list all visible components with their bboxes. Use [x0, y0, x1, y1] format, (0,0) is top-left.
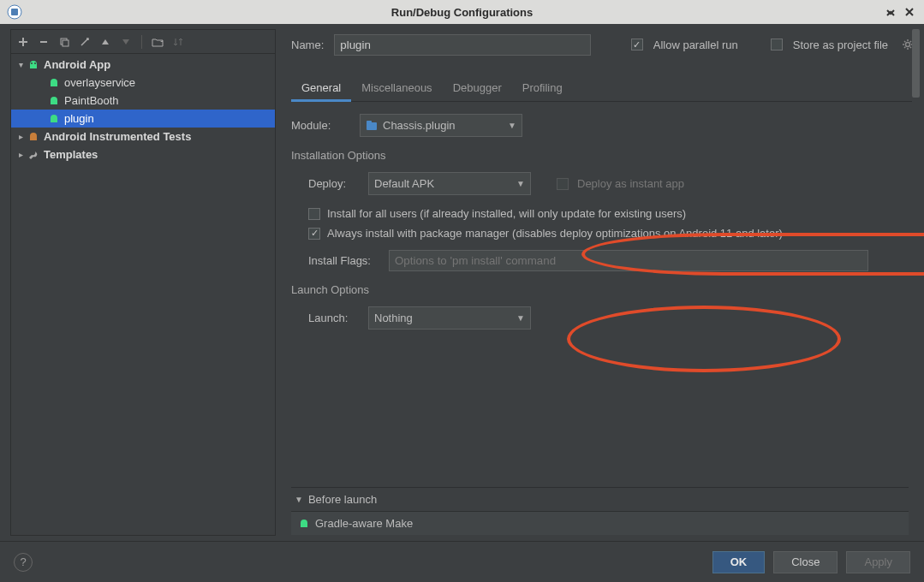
folder-button[interactable]	[151, 35, 164, 49]
name-label: Name:	[291, 39, 324, 51]
tree-item-plugin[interactable]: plugin	[11, 110, 275, 128]
tabs: General Miscellaneous Debugger Profiling	[291, 75, 914, 102]
deploy-label: Deploy:	[308, 177, 360, 190]
window-title: Run/Debug Configurations	[391, 6, 533, 19]
chevron-down-icon: ▼	[516, 313, 525, 323]
module-icon	[366, 120, 378, 132]
move-down-button[interactable]	[119, 35, 133, 49]
scrollbar[interactable]	[912, 29, 920, 536]
dialog-footer: ? OK Close Apply	[0, 541, 924, 582]
deploy-instant-label: Deploy as instant app	[577, 177, 684, 190]
before-launch-section[interactable]: ▼ Before launch	[291, 487, 909, 512]
expand-icon[interactable]: ▸	[15, 150, 27, 159]
store-project-checkbox[interactable]	[771, 39, 783, 50]
module-select[interactable]: Chassis.plugin ▼	[360, 114, 522, 137]
deploy-value: Default APK	[374, 177, 434, 190]
svg-rect-7	[367, 122, 377, 130]
launch-value: Nothing	[374, 312, 413, 324]
android-icon	[47, 76, 61, 90]
installation-options-title: Installation Options	[291, 149, 909, 162]
launch-row: Launch: Nothing ▼	[291, 306, 909, 330]
install-flags-row: Install Flags:	[308, 250, 909, 271]
app-icon	[7, 4, 22, 20]
tree-group-instrumented[interactable]: ▸ Android Instrumented Tests	[11, 128, 275, 146]
ok-button[interactable]: OK	[712, 551, 766, 573]
launch-options-title: Launch Options	[291, 283, 909, 296]
chevron-down-icon: ▼	[508, 121, 516, 130]
expand-icon[interactable]: ▾	[15, 60, 27, 69]
name-input[interactable]	[334, 34, 591, 56]
edit-templates-button[interactable]	[78, 35, 92, 49]
install-all-users-row: Install for all users (if already instal…	[308, 207, 909, 220]
deploy-row: Deploy: Default APK ▼ Deploy as instant …	[291, 172, 909, 195]
dialog-window: Run/Debug Configurations	[0, 0, 924, 582]
config-editor-panel: Name: Allow parallel run Store as projec…	[286, 29, 914, 536]
tab-miscellaneous[interactable]: Miscellaneous	[351, 75, 442, 101]
config-tree-panel: ▾ Android App overlayservice PaintBooth	[10, 29, 276, 536]
tree-toolbar	[11, 30, 275, 54]
copy-config-button[interactable]	[57, 35, 71, 49]
add-config-button[interactable]	[16, 35, 30, 49]
sort-button[interactable]	[171, 35, 185, 49]
tree-group-templates[interactable]: ▸ Templates	[11, 146, 275, 163]
always-pm-label: Always install with package manager (dis…	[327, 227, 783, 240]
move-up-button[interactable]	[98, 35, 112, 49]
tree-item-overlayservice[interactable]: overlayservice	[11, 74, 275, 92]
install-all-users-label: Install for all users (if already instal…	[327, 207, 686, 220]
launch-label: Launch:	[308, 312, 360, 324]
allow-parallel-label: Allow parallel run	[653, 39, 738, 51]
expand-icon[interactable]: ▸	[15, 132, 27, 141]
install-flags-label: Install Flags:	[308, 254, 377, 267]
deploy-select[interactable]: Default APK ▼	[368, 172, 531, 195]
android-icon	[47, 112, 61, 126]
config-tree[interactable]: ▾ Android App overlayservice PaintBooth	[11, 54, 275, 535]
minimize-button[interactable]	[883, 4, 898, 20]
tab-profiling[interactable]: Profiling	[512, 75, 573, 101]
tab-debugger[interactable]: Debugger	[443, 75, 512, 101]
svg-point-6	[906, 43, 910, 47]
android-test-icon	[27, 130, 40, 144]
dialog-body: ▾ Android App overlayservice PaintBooth	[0, 24, 924, 582]
svg-point-5	[34, 62, 36, 64]
tree-group-android-app[interactable]: ▾ Android App	[11, 56, 275, 74]
module-row: Module: Chassis.plugin ▼	[291, 114, 909, 137]
install-all-users-checkbox[interactable]	[308, 208, 320, 220]
chevron-down-icon: ▼	[516, 179, 525, 188]
task-gradle-make[interactable]: Gradle-aware Make	[291, 512, 909, 535]
allow-parallel-checkbox[interactable]	[631, 39, 643, 50]
apply-button[interactable]: Apply	[846, 551, 910, 573]
tree-item-paintbooth[interactable]: PaintBooth	[11, 92, 275, 110]
help-button[interactable]: ?	[14, 553, 33, 572]
android-icon	[298, 518, 310, 530]
module-label: Module:	[291, 119, 351, 132]
svg-rect-1	[11, 9, 18, 15]
before-launch-label: Before launch	[308, 493, 377, 506]
close-button[interactable]	[902, 4, 917, 20]
remove-config-button[interactable]	[37, 35, 51, 49]
svg-rect-8	[367, 121, 372, 123]
expand-icon[interactable]: ▼	[295, 495, 303, 504]
tab-content: Module: Chassis.plugin ▼ Installation Op…	[291, 102, 914, 536]
store-project-label: Store as project file	[793, 39, 888, 51]
svg-point-4	[31, 62, 33, 64]
close-button[interactable]: Close	[773, 551, 838, 573]
always-pm-row: Always install with package manager (dis…	[308, 227, 909, 240]
task-label: Gradle-aware Make	[315, 517, 413, 530]
tab-general[interactable]: General	[291, 75, 351, 101]
always-pm-checkbox[interactable]	[308, 228, 320, 240]
svg-rect-3	[63, 40, 69, 46]
launch-select[interactable]: Nothing ▼	[368, 306, 531, 330]
wrench-icon	[27, 148, 40, 162]
android-icon	[27, 58, 40, 72]
install-flags-input[interactable]	[389, 250, 868, 271]
module-value: Chassis.plugin	[383, 119, 456, 132]
titlebar: Run/Debug Configurations	[0, 0, 924, 24]
name-row: Name: Allow parallel run Store as projec…	[291, 29, 914, 60]
deploy-instant-checkbox[interactable]	[557, 178, 569, 190]
android-icon	[47, 94, 61, 108]
